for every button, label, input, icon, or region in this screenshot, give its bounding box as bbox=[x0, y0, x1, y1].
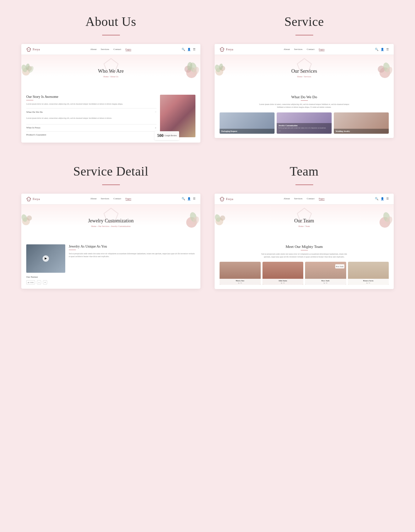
service-card-0-overlay: Packaging Request bbox=[220, 129, 275, 134]
service-desc-text: Lorem ipsum dolor sit amet, consectetur … bbox=[258, 103, 350, 109]
svg-marker-24 bbox=[27, 197, 31, 201]
service-small-divider bbox=[301, 100, 308, 101]
team-card-rose-badge: Rose Joule bbox=[334, 264, 345, 270]
about-us-divider bbox=[102, 35, 120, 35]
sd-left-column: ▶ Our Partner ◈ TIME ◇ ✦ bbox=[26, 244, 65, 284]
service-detail-title: Service Detail bbox=[73, 164, 149, 179]
review-badge: 500 Google Review bbox=[155, 131, 179, 140]
team-title: Team bbox=[290, 164, 319, 179]
team-logo-icon bbox=[220, 196, 225, 201]
about-nav: Freya About Services Contact Pages 🔍 👤 ☰ bbox=[21, 44, 200, 55]
twitter-icon: tw bbox=[326, 282, 328, 284]
instagram-icon: ig bbox=[238, 282, 239, 284]
service-card-0: Packaging Request bbox=[220, 112, 275, 134]
team-divider bbox=[295, 184, 313, 185]
sd-partner-1: ◇ bbox=[37, 280, 41, 284]
team-menu-icon: ☰ bbox=[386, 197, 389, 200]
about-us-preview-card: Freya About Services Contact Pages 🔍 👤 ☰ bbox=[21, 44, 200, 143]
about-nav-links: About Services Contact Pages bbox=[90, 48, 131, 51]
service-nav-icons: 🔍 👤 ☰ bbox=[375, 48, 389, 51]
team-hero: Our Team Home / Team bbox=[215, 205, 394, 240]
sd-play-button[interactable]: ▶ bbox=[43, 255, 49, 262]
about-accordion-open-text: Lorem ipsum dolor sit amet, consectetur … bbox=[26, 115, 156, 121]
sd-logo-icon bbox=[26, 196, 31, 201]
team-member-0-overlay: Maria Aine ig tw bbox=[220, 279, 261, 285]
team-preview-card: Freya About Services Contact Pages 🔍 👤 ☰ bbox=[215, 194, 394, 289]
service-card-2: Wedding Jewelry bbox=[334, 112, 389, 134]
team-small-divider bbox=[301, 250, 308, 250]
service-preview-card: Freya About Services Contact Pages 🔍 👤 ☰ bbox=[215, 44, 394, 138]
svg-marker-15 bbox=[297, 59, 311, 73]
team-section: Team Freya About Services Contact Pages bbox=[215, 164, 394, 289]
team-search-icon: 🔍 bbox=[375, 197, 378, 200]
service-card-arrow: → bbox=[278, 129, 330, 132]
team-cards-row: Maria Aine ig tw Julia Santa ig bbox=[220, 262, 389, 285]
team-member-3: Kinara Aneta ig tw bbox=[348, 262, 389, 285]
service-nav-links: About Services Contact Pages bbox=[284, 48, 325, 51]
team-hero-diamond bbox=[295, 206, 313, 224]
team-member-3-social: ig tw bbox=[349, 282, 388, 284]
instagram-icon: ig bbox=[366, 282, 368, 284]
team-member-2: Rose Joule Rose Joule ig tw bbox=[305, 262, 346, 285]
team-member-2-social: ig tw bbox=[306, 282, 345, 284]
sd-section-text: Sed ut perspiciatis unde omnis iste natu… bbox=[69, 252, 195, 258]
sd-hero: Jewelry Customization Home › Our Service… bbox=[21, 205, 200, 240]
team-section-title: Meet Our Mighty Team bbox=[220, 244, 389, 249]
logo-icon bbox=[26, 47, 31, 52]
user-icon: 👤 bbox=[187, 48, 191, 51]
about-story-divider bbox=[26, 100, 33, 100]
svg-marker-0 bbox=[27, 47, 31, 51]
team-content: Meet Our Mighty Team Sed ut perspiciatis… bbox=[215, 240, 394, 289]
sd-nav: Freya About Services Contact Pages 🔍 👤 ☰ bbox=[21, 194, 200, 205]
service-detail-section: Service Detail Freya About Services Cont… bbox=[21, 164, 200, 289]
team-member-1: Julia Santa ig tw bbox=[262, 262, 304, 285]
sd-partner-logos: ◈ TIME ◇ ✦ bbox=[26, 280, 65, 284]
service-cards-row: Packaging Request Jewelry Customization … bbox=[220, 112, 389, 134]
service-search-icon: 🔍 bbox=[375, 48, 378, 51]
about-hero: Who We Are Home / About Us bbox=[21, 55, 200, 90]
about-hero-breadcrumb: Home / About Us bbox=[26, 76, 195, 78]
sd-menu-icon: ☰ bbox=[193, 197, 195, 200]
about-content: Our Story Is Awesome Lorem ipsum dolor s… bbox=[21, 90, 200, 143]
sd-partner-2: ✦ bbox=[43, 280, 47, 284]
team-nav-links: About Services Contact Pages bbox=[284, 197, 325, 200]
service-section: Service Freya About Services Contact Pag… bbox=[215, 14, 394, 143]
sd-hero-breadcrumb: Home › Our Services › Jewelry Customizat… bbox=[26, 225, 195, 227]
sd-right-column: Jewelry As Unique As You Sed ut perspici… bbox=[69, 244, 195, 284]
sd-video-thumbnail: ▶ bbox=[26, 244, 65, 273]
service-content: What Do We Do Lorem ipsum dolor sit amet… bbox=[215, 90, 394, 138]
about-story-title: Our Story Is Awesome bbox=[26, 95, 156, 99]
service-logo-icon bbox=[220, 47, 225, 52]
team-member-1-social: ig tw bbox=[264, 282, 302, 284]
about-us-title: About Us bbox=[85, 14, 136, 29]
main-container: About Us Freya About Services Contact Pa… bbox=[0, 0, 415, 303]
team-user-icon: 👤 bbox=[381, 197, 384, 200]
svg-marker-13 bbox=[220, 47, 224, 51]
sd-partner-section: Our Partner ◈ TIME ◇ ✦ bbox=[26, 276, 65, 284]
service-hero-breadcrumb: Home / Services bbox=[220, 76, 389, 78]
about-nav-logo: Freya bbox=[26, 47, 40, 52]
svg-marker-26 bbox=[104, 208, 118, 222]
instagram-icon: ig bbox=[323, 282, 325, 284]
about-left-column: Our Story Is Awesome Lorem ipsum dolor s… bbox=[26, 95, 156, 138]
sd-hero-diamond bbox=[102, 206, 120, 224]
sd-user-icon: 👤 bbox=[187, 197, 191, 200]
about-nav-icons: 🔍 👤 ☰ bbox=[182, 48, 195, 51]
service-title: Service bbox=[284, 14, 324, 29]
accordion-item-0: What Do We Do − bbox=[26, 108, 156, 115]
sd-content: ▶ Our Partner ◈ TIME ◇ ✦ Jewelry As Uniq… bbox=[21, 240, 200, 289]
service-card-2-overlay: Wedding Jewelry bbox=[334, 129, 389, 134]
team-hero-breadcrumb: Home / Team bbox=[220, 225, 389, 227]
service-nav: Freya About Services Contact Pages 🔍 👤 ☰ bbox=[215, 44, 394, 55]
service-divider bbox=[295, 35, 313, 35]
sd-nav-logo: Freya bbox=[26, 196, 40, 201]
accordion-item-1: What Is Freya + bbox=[26, 124, 156, 131]
sd-section-divider bbox=[69, 250, 76, 250]
service-nav-logo: Freya bbox=[220, 47, 233, 52]
twitter-icon: tw bbox=[369, 282, 370, 284]
svg-marker-33 bbox=[220, 197, 224, 201]
service-card-1: Jewelry Customization Sed ut perspiciati… bbox=[277, 112, 332, 134]
accordion-item-2: Product's Guarantee + bbox=[26, 131, 156, 138]
sd-search-icon: 🔍 bbox=[182, 197, 185, 200]
service-detail-preview-card: Freya About Services Contact Pages 🔍 👤 ☰ bbox=[21, 194, 200, 289]
